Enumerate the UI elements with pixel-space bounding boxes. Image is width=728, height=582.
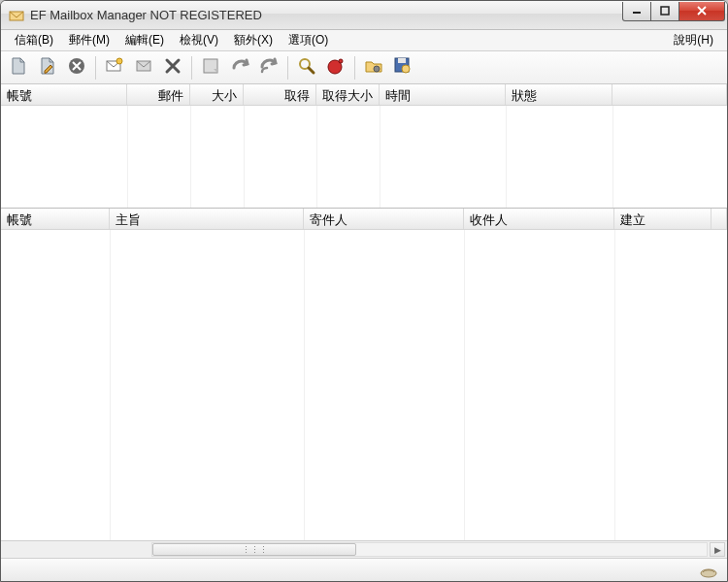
tb-new-account[interactable] bbox=[5, 54, 32, 81]
messages-header: 帳號 主旨 寄件人 收件人 建立 bbox=[1, 209, 727, 230]
menu-edit[interactable]: 編輯(E) bbox=[117, 30, 172, 50]
svg-point-14 bbox=[402, 65, 410, 73]
tb-fetch-all[interactable] bbox=[255, 54, 282, 81]
accounts-listview[interactable]: 帳號 郵件 大小 取得 取得大小 時間 狀態 bbox=[1, 84, 727, 209]
tb-mark[interactable] bbox=[197, 54, 224, 81]
horizontal-scrollbar[interactable]: ⋮⋮⋮ ▶ bbox=[1, 540, 727, 558]
toolbar bbox=[1, 51, 727, 84]
delete-icon bbox=[163, 56, 182, 79]
menu-mailbox[interactable]: 信箱(B) bbox=[7, 30, 61, 50]
menubar: 信箱(B) 郵件(M) 編輯(E) 檢視(V) 額外(X) 選項(O) 說明(H… bbox=[1, 30, 727, 51]
close-button[interactable] bbox=[678, 2, 725, 21]
tb-settings[interactable] bbox=[360, 54, 387, 81]
window-title: EF Mailbox Manager NOT REGISTERED bbox=[30, 8, 623, 22]
tb-find[interactable] bbox=[293, 54, 320, 81]
window-controls bbox=[623, 2, 725, 21]
new-mail-icon bbox=[105, 56, 124, 79]
col-status[interactable]: 狀態 bbox=[506, 84, 612, 105]
titlebar[interactable]: EF Mailbox Manager NOT REGISTERED bbox=[1, 1, 727, 30]
stop-icon bbox=[326, 56, 346, 79]
col-account2[interactable]: 帳號 bbox=[1, 209, 110, 229]
messages-body[interactable] bbox=[1, 230, 727, 540]
col-filler2[interactable] bbox=[711, 209, 727, 229]
cancel-icon bbox=[67, 56, 86, 79]
col-recipient[interactable]: 收件人 bbox=[464, 209, 614, 229]
accounts-body[interactable] bbox=[1, 106, 727, 208]
menu-help[interactable]: 說明(H) bbox=[666, 30, 721, 50]
gear-folder-icon bbox=[364, 56, 383, 79]
tb-fetch[interactable] bbox=[226, 54, 253, 81]
content-area: 帳號 郵件 大小 取得 取得大小 時間 狀態 帳號 bbox=[1, 84, 727, 540]
tb-stop[interactable] bbox=[322, 54, 349, 81]
reply-icon bbox=[134, 56, 153, 79]
document-icon bbox=[9, 56, 28, 79]
tb-delete-account[interactable] bbox=[63, 54, 90, 81]
svg-rect-2 bbox=[661, 7, 669, 15]
messages-listview[interactable]: 帳號 主旨 寄件人 收件人 建立 bbox=[1, 209, 727, 540]
app-icon bbox=[9, 8, 24, 23]
toolbar-separator bbox=[191, 56, 192, 80]
svg-rect-13 bbox=[398, 58, 406, 63]
app-window: EF Mailbox Manager NOT REGISTERED 信箱(B) … bbox=[0, 0, 728, 582]
col-account[interactable]: 帳號 bbox=[1, 84, 127, 105]
svg-point-11 bbox=[374, 66, 380, 72]
col-subject[interactable]: 主旨 bbox=[110, 209, 304, 229]
minimize-button[interactable] bbox=[622, 2, 651, 21]
col-time[interactable]: 時間 bbox=[380, 84, 506, 105]
fetch-icon bbox=[230, 56, 249, 79]
tb-edit-account[interactable] bbox=[34, 54, 61, 81]
menu-view[interactable]: 檢視(V) bbox=[172, 30, 226, 50]
col-retrieved[interactable]: 取得 bbox=[244, 84, 316, 105]
col-sender[interactable]: 寄件人 bbox=[304, 209, 464, 229]
tb-settings2[interactable] bbox=[389, 54, 416, 81]
col-size[interactable]: 大小 bbox=[190, 84, 244, 105]
tb-reply[interactable] bbox=[130, 54, 157, 81]
tb-new-mail[interactable] bbox=[101, 54, 128, 81]
accounts-header: 帳號 郵件 大小 取得 取得大小 時間 狀態 bbox=[1, 84, 727, 106]
maximize-button[interactable] bbox=[650, 2, 679, 21]
col-retrieved-size[interactable]: 取得大小 bbox=[316, 84, 380, 105]
menu-extras[interactable]: 額外(X) bbox=[226, 30, 281, 50]
gear-disk-icon bbox=[393, 56, 413, 79]
statusbar bbox=[1, 558, 727, 581]
scroll-thumb[interactable]: ⋮⋮⋮ bbox=[152, 543, 356, 556]
fetch-all-icon bbox=[259, 56, 279, 79]
col-mail[interactable]: 郵件 bbox=[127, 84, 190, 105]
toolbar-separator bbox=[354, 56, 355, 80]
scroll-right-button[interactable]: ▶ bbox=[710, 542, 725, 557]
status-tray-icon bbox=[700, 563, 717, 578]
col-filler[interactable] bbox=[612, 84, 727, 105]
menu-options[interactable]: 選項(O) bbox=[281, 30, 336, 50]
search-icon bbox=[297, 56, 316, 79]
menu-mail[interactable]: 郵件(M) bbox=[61, 30, 117, 50]
svg-rect-7 bbox=[204, 59, 217, 73]
toolbar-separator bbox=[95, 56, 96, 80]
note-icon bbox=[201, 56, 220, 79]
tb-delete-mail[interactable] bbox=[159, 54, 186, 81]
svg-point-5 bbox=[116, 58, 122, 64]
col-created[interactable]: 建立 bbox=[614, 209, 711, 229]
toolbar-separator bbox=[287, 56, 288, 80]
document-edit-icon bbox=[38, 56, 57, 79]
svg-point-10 bbox=[339, 59, 343, 63]
